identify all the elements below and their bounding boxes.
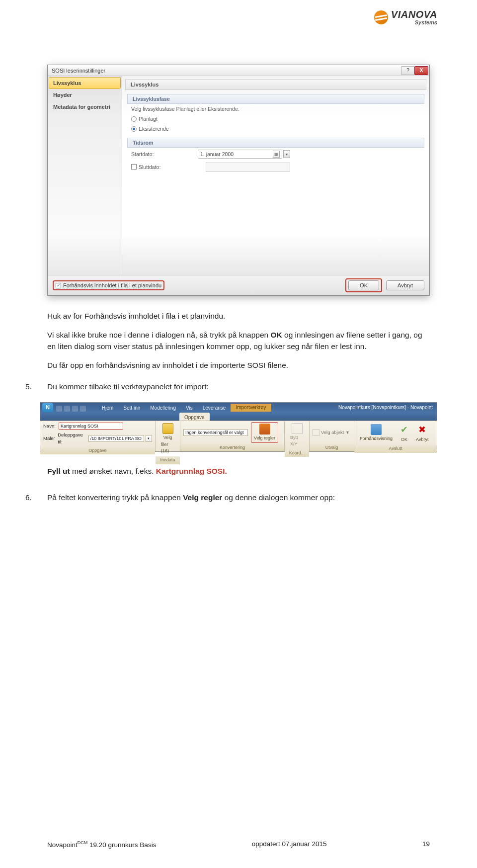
forhandsvisning-button[interactable]: Forhåndsvisning <box>357 423 395 443</box>
list-number-5: 5. <box>25 381 32 392</box>
tab-metadata[interactable]: Metadata for geometri <box>49 101 121 113</box>
maler-label: Maler <box>43 435 56 442</box>
group-utvalg-label: Utvalg <box>310 444 354 451</box>
ok-highlight: OK <box>345 278 382 292</box>
preview-checkbox[interactable] <box>56 283 61 288</box>
avbryt-ribbon-button[interactable]: ✖ Avbryt <box>413 422 431 444</box>
calendar-icon[interactable]: ▦ <box>273 151 280 158</box>
tab-livssyklus[interactable]: Livssyklus <box>49 77 121 89</box>
close-button[interactable]: X <box>414 66 428 75</box>
footer-center: oppdatert 07.januar 2015 <box>252 840 327 849</box>
group-avslutt-label: Avslutt <box>354 445 437 452</box>
deloppgave-input[interactable]: /10 IMPORT/101 FRA SOSI <box>88 435 144 442</box>
dialog-titlebar: SOSI leserinnstillinger ? X <box>48 65 429 76</box>
radio-icon <box>131 126 137 132</box>
sluttdato-label: Sluttdato: <box>139 164 160 170</box>
ribbon-body: Navn: Kartgrunnlag SOSI Maler Deloppgave… <box>40 421 437 451</box>
tab-vis[interactable]: Vis <box>181 403 198 413</box>
velg-regler-button[interactable]: Velg regler <box>251 422 278 443</box>
group-inndata-label: Inndata <box>156 456 180 464</box>
startdato-label: Startdato: <box>131 151 176 157</box>
instruction-4: Du kommer tilbake til verktøypanelet for… <box>47 381 209 392</box>
ok-ribbon-button[interactable]: ✔ OK <box>398 422 410 444</box>
dialog-sidebar: Livssyklus Høyder Metadata for geometri <box>48 76 122 275</box>
chevron-down-icon[interactable]: ▾ <box>346 429 349 436</box>
dialog-main-panel: Livssyklus Livssyklusfase Velg livssyklu… <box>122 76 429 275</box>
section-livssyklusfase: Livssyklusfase <box>127 94 424 104</box>
preview-icon <box>371 424 382 435</box>
close-icon: ✖ <box>418 423 426 436</box>
cancel-button[interactable]: Avbryt <box>386 280 424 290</box>
instruction-6: På feltet konvertering trykk på knappen … <box>47 492 335 503</box>
swap-icon <box>292 423 303 434</box>
brand-header: VIANOVA Systems <box>374 9 437 25</box>
page-footer: NovapointDCM 19.20 grunnkurs Basis oppda… <box>47 840 430 849</box>
tab-hoyder[interactable]: Høyder <box>49 89 121 101</box>
navn-label: Navn: <box>43 423 57 430</box>
ok-button[interactable]: OK <box>348 280 379 290</box>
velg-filer-button[interactable]: Velg filer (16) <box>159 422 177 455</box>
velg-objekt-button[interactable]: Velg objekt <box>321 429 344 436</box>
footer-right: 19 <box>422 840 430 849</box>
qat-icon[interactable] <box>80 406 86 412</box>
section-tidsrom: Tidsrom <box>127 138 424 148</box>
list-number-6: 6. <box>25 492 32 503</box>
instruction-2: Vi skal ikke bruke noe i denne i dialoge… <box>47 330 430 352</box>
radio-planlagt-row[interactable]: Planlagt <box>122 114 429 124</box>
footer-left: NovapointDCM 19.20 grunnkurs Basis <box>47 840 156 849</box>
sluttdato-row: Sluttdato: <box>122 161 429 174</box>
bytt-xy-button[interactable]: Bytt X/Y <box>288 422 306 448</box>
qat-icon[interactable] <box>64 406 70 412</box>
group-konvertering-label: Konvertering <box>180 444 284 451</box>
radio-planlagt-label: Planlagt <box>139 116 158 122</box>
tab-context-import: Importverktøy <box>231 404 271 412</box>
sosi-reader-dialog: SOSI leserinnstillinger ? X Livssyklus H… <box>47 65 430 296</box>
sluttdato-checkbox[interactable] <box>131 164 137 170</box>
chevron-down-icon[interactable]: ▾ <box>283 150 290 158</box>
select-icon <box>313 429 319 436</box>
novapoint-ribbon: N Hjem Sett inn Modellering Vis Leverans… <box>40 402 437 452</box>
sluttdato-input <box>206 163 290 172</box>
deloppgave-label: Deloppgave til: <box>58 432 87 445</box>
tab-modellering[interactable]: Modellering <box>145 403 181 413</box>
group-koord-label: Koord... <box>285 449 309 457</box>
startdato-row: Startdato: 1. januar 2000 ▦ ▾ <box>122 148 429 161</box>
panel-title: Livssyklus <box>125 79 426 90</box>
instruction-3: Du får opp en forhåndsvisning av innhold… <box>47 360 430 371</box>
instruction-1: Huk av for Forhåndsvis innholdet i fila … <box>47 311 430 322</box>
dialog-footer: Forhåndsvis innholdet i fila i et planvi… <box>48 275 429 295</box>
app-logo-icon[interactable]: N <box>42 403 53 412</box>
ribbon-tabstrip: N Hjem Sett inn Modellering Vis Leverans… <box>40 403 437 413</box>
radio-eksisterende-row[interactable]: Eksisterende <box>122 124 429 134</box>
brand-sub: Systems <box>415 19 437 25</box>
folder-icon <box>162 423 173 434</box>
chevron-down-icon[interactable]: ▾ <box>146 435 152 442</box>
startdato-value: 1. januar 2000 <box>200 151 234 157</box>
radio-icon <box>131 116 137 122</box>
help-button[interactable]: ? <box>401 66 415 75</box>
tab-leveranse[interactable]: Leveranse <box>198 403 231 413</box>
dialog-title: SOSI leserinnstillinger <box>52 68 105 74</box>
section1-hint: Velg livssyklusfase Planlagt eller Eksis… <box>122 104 429 114</box>
preview-checkbox-label: Forhåndsvis innholdet i fila i et planvi… <box>63 282 161 288</box>
check-icon: ✔ <box>400 423 408 436</box>
tab-settinn[interactable]: Sett inn <box>118 403 145 413</box>
tab-oppgave[interactable]: Oppgave <box>179 413 210 421</box>
instruction-5: Fyll ut med ønsket navn, f.eks. Kartgrun… <box>47 466 430 477</box>
qat-icon[interactable] <box>56 406 62 412</box>
rules-icon <box>259 424 270 434</box>
navn-input[interactable]: Kartgrunnlag SOSI <box>59 423 123 430</box>
konvertering-status: Ingen konverteringsfil er valgt <box>183 429 248 436</box>
radio-eksisterende-label: Eksisterende <box>139 126 169 132</box>
ribbon-app-title: Novapointkurs [Novapointkurs] - Novapoin… <box>334 403 437 413</box>
startdato-input[interactable]: 1. januar 2000 ▦ <box>198 150 282 159</box>
group-oppgave-label: Oppgave <box>40 447 155 454</box>
vianova-logo-icon <box>374 10 388 24</box>
qat-icon[interactable] <box>72 406 78 412</box>
preview-checkbox-highlight: Forhåndsvis innholdet i fila i et planvi… <box>53 280 164 290</box>
document-body: Huk av for Forhåndsvis innholdet i fila … <box>47 311 430 503</box>
brand-name: VIANOVA <box>391 9 437 20</box>
tab-hjem[interactable]: Hjem <box>97 403 118 413</box>
